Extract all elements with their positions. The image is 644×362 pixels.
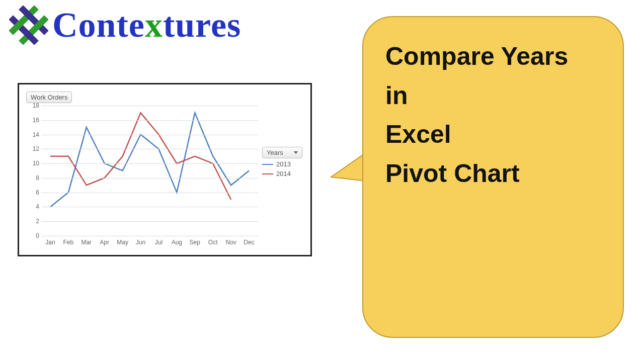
y-tick-label: 14 <box>27 131 39 138</box>
gridline <box>41 135 258 135</box>
x-tick-label: Nov <box>225 239 236 246</box>
pivot-field-label: Work Orders <box>31 94 67 101</box>
x-tick-label: Jun <box>136 239 145 246</box>
callout-line: Excel <box>385 115 601 154</box>
chevron-down-icon <box>294 151 298 154</box>
legend-label: 2014 <box>276 170 291 177</box>
plot-area: 024681012141618JanFebMarAprMayJunJulAugS… <box>41 106 258 236</box>
gridline <box>41 149 258 149</box>
gridline <box>41 207 258 207</box>
svg-marker-6 <box>331 147 374 182</box>
y-tick-label: 6 <box>27 189 39 196</box>
y-tick-label: 8 <box>27 174 39 182</box>
gridline <box>41 120 258 121</box>
x-tick-label: Oct <box>208 239 218 246</box>
y-tick-label: 12 <box>27 145 39 152</box>
chart-lines <box>41 106 258 236</box>
brand-name: Contextures <box>52 5 241 45</box>
weave-icon <box>9 6 48 45</box>
gridline <box>41 163 258 164</box>
y-tick-label: 2 <box>27 218 39 225</box>
bubble-tail-icon <box>329 142 379 192</box>
legend-filter-label: Years <box>267 149 283 156</box>
x-tick-label: Aug <box>172 239 182 246</box>
legend-swatch <box>262 173 273 174</box>
callout-line: in <box>385 76 601 116</box>
gridline <box>41 193 258 193</box>
legend-item[interactable]: 2013 <box>262 160 301 168</box>
gridline <box>41 178 258 178</box>
series-line <box>50 113 231 200</box>
legend-label: 2013 <box>276 160 291 168</box>
y-tick-label: 16 <box>27 117 39 124</box>
y-tick-label: 10 <box>27 160 39 167</box>
x-tick-label: Sep <box>190 239 200 246</box>
y-tick-label: 4 <box>27 203 39 210</box>
x-tick-label: Dec <box>244 239 254 246</box>
y-tick-label: 18 <box>27 102 39 109</box>
legend-swatch <box>262 164 273 165</box>
legend-item[interactable]: 2014 <box>262 170 301 177</box>
y-tick-label: 0 <box>27 232 39 239</box>
callout-line: Pivot Chart <box>385 154 601 194</box>
x-tick-label: Jul <box>155 239 163 246</box>
gridline <box>41 236 258 236</box>
x-tick-label: Feb <box>63 239 74 246</box>
legend-filter-button[interactable]: Years <box>262 147 302 158</box>
x-tick-label: Apr <box>100 239 109 246</box>
callout-line: Compare Years <box>385 37 601 76</box>
pivot-field-button[interactable]: Work Orders <box>26 92 72 103</box>
x-tick-label: Mar <box>81 239 92 246</box>
callout-bubble: Compare Years in Excel Pivot Chart <box>322 16 624 343</box>
brand-logo: Contextures <box>9 5 241 45</box>
callout-text: Compare Years in Excel Pivot Chart <box>385 37 601 193</box>
x-tick-label: Jan <box>45 239 55 246</box>
x-tick-label: May <box>117 239 128 246</box>
chart-legend: Years 20132014 <box>262 147 301 177</box>
gridline <box>41 221 258 222</box>
pivot-chart-panel: Work Orders Years 20132014 0246810121416… <box>18 83 312 256</box>
gridline <box>41 106 258 106</box>
svg-rect-7 <box>372 147 378 182</box>
